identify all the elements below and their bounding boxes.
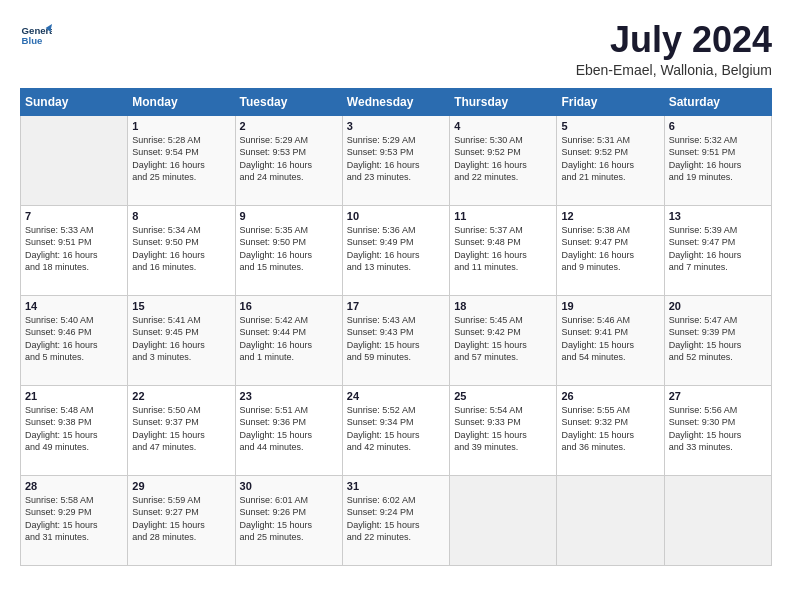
- logo-icon: General Blue: [20, 20, 52, 52]
- day-info: Sunrise: 5:41 AM Sunset: 9:45 PM Dayligh…: [132, 314, 230, 364]
- calendar-cell: 28Sunrise: 5:58 AM Sunset: 9:29 PM Dayli…: [21, 475, 128, 565]
- calendar-cell: 13Sunrise: 5:39 AM Sunset: 9:47 PM Dayli…: [664, 205, 771, 295]
- day-header-thursday: Thursday: [450, 88, 557, 115]
- page-header: General Blue July 2024 Eben-Emael, Wallo…: [20, 20, 772, 78]
- day-number: 25: [454, 390, 552, 402]
- day-number: 28: [25, 480, 123, 492]
- calendar-cell: [664, 475, 771, 565]
- day-number: 24: [347, 390, 445, 402]
- day-info: Sunrise: 5:39 AM Sunset: 9:47 PM Dayligh…: [669, 224, 767, 274]
- day-info: Sunrise: 5:59 AM Sunset: 9:27 PM Dayligh…: [132, 494, 230, 544]
- day-info: Sunrise: 5:54 AM Sunset: 9:33 PM Dayligh…: [454, 404, 552, 454]
- day-info: Sunrise: 5:50 AM Sunset: 9:37 PM Dayligh…: [132, 404, 230, 454]
- title-block: July 2024 Eben-Emael, Wallonia, Belgium: [576, 20, 772, 78]
- day-info: Sunrise: 6:02 AM Sunset: 9:24 PM Dayligh…: [347, 494, 445, 544]
- calendar-cell: 23Sunrise: 5:51 AM Sunset: 9:36 PM Dayli…: [235, 385, 342, 475]
- calendar-week-1: 1Sunrise: 5:28 AM Sunset: 9:54 PM Daylig…: [21, 115, 772, 205]
- calendar-cell: 30Sunrise: 6:01 AM Sunset: 9:26 PM Dayli…: [235, 475, 342, 565]
- calendar-cell: 22Sunrise: 5:50 AM Sunset: 9:37 PM Dayli…: [128, 385, 235, 475]
- day-number: 13: [669, 210, 767, 222]
- day-info: Sunrise: 5:29 AM Sunset: 9:53 PM Dayligh…: [347, 134, 445, 184]
- calendar-week-2: 7Sunrise: 5:33 AM Sunset: 9:51 PM Daylig…: [21, 205, 772, 295]
- calendar-cell: 17Sunrise: 5:43 AM Sunset: 9:43 PM Dayli…: [342, 295, 449, 385]
- calendar-cell: 14Sunrise: 5:40 AM Sunset: 9:46 PM Dayli…: [21, 295, 128, 385]
- day-info: Sunrise: 6:01 AM Sunset: 9:26 PM Dayligh…: [240, 494, 338, 544]
- calendar-cell: 10Sunrise: 5:36 AM Sunset: 9:49 PM Dayli…: [342, 205, 449, 295]
- day-header-tuesday: Tuesday: [235, 88, 342, 115]
- day-info: Sunrise: 5:33 AM Sunset: 9:51 PM Dayligh…: [25, 224, 123, 274]
- calendar-cell: 7Sunrise: 5:33 AM Sunset: 9:51 PM Daylig…: [21, 205, 128, 295]
- day-number: 10: [347, 210, 445, 222]
- day-number: 18: [454, 300, 552, 312]
- day-number: 3: [347, 120, 445, 132]
- calendar-cell: 11Sunrise: 5:37 AM Sunset: 9:48 PM Dayli…: [450, 205, 557, 295]
- day-info: Sunrise: 5:58 AM Sunset: 9:29 PM Dayligh…: [25, 494, 123, 544]
- day-number: 14: [25, 300, 123, 312]
- calendar-cell: [21, 115, 128, 205]
- calendar-cell: 31Sunrise: 6:02 AM Sunset: 9:24 PM Dayli…: [342, 475, 449, 565]
- day-number: 7: [25, 210, 123, 222]
- calendar-cell: 16Sunrise: 5:42 AM Sunset: 9:44 PM Dayli…: [235, 295, 342, 385]
- day-info: Sunrise: 5:32 AM Sunset: 9:51 PM Dayligh…: [669, 134, 767, 184]
- calendar-cell: 24Sunrise: 5:52 AM Sunset: 9:34 PM Dayli…: [342, 385, 449, 475]
- day-number: 29: [132, 480, 230, 492]
- day-number: 16: [240, 300, 338, 312]
- day-number: 2: [240, 120, 338, 132]
- day-info: Sunrise: 5:29 AM Sunset: 9:53 PM Dayligh…: [240, 134, 338, 184]
- calendar-cell: 20Sunrise: 5:47 AM Sunset: 9:39 PM Dayli…: [664, 295, 771, 385]
- day-info: Sunrise: 5:51 AM Sunset: 9:36 PM Dayligh…: [240, 404, 338, 454]
- day-header-wednesday: Wednesday: [342, 88, 449, 115]
- day-number: 1: [132, 120, 230, 132]
- day-info: Sunrise: 5:35 AM Sunset: 9:50 PM Dayligh…: [240, 224, 338, 274]
- calendar-cell: 4Sunrise: 5:30 AM Sunset: 9:52 PM Daylig…: [450, 115, 557, 205]
- day-number: 20: [669, 300, 767, 312]
- calendar-cell: 21Sunrise: 5:48 AM Sunset: 9:38 PM Dayli…: [21, 385, 128, 475]
- calendar-cell: 6Sunrise: 5:32 AM Sunset: 9:51 PM Daylig…: [664, 115, 771, 205]
- day-number: 11: [454, 210, 552, 222]
- calendar-cell: 5Sunrise: 5:31 AM Sunset: 9:52 PM Daylig…: [557, 115, 664, 205]
- day-info: Sunrise: 5:38 AM Sunset: 9:47 PM Dayligh…: [561, 224, 659, 274]
- svg-text:Blue: Blue: [22, 35, 43, 46]
- calendar-cell: 12Sunrise: 5:38 AM Sunset: 9:47 PM Dayli…: [557, 205, 664, 295]
- calendar-cell: 8Sunrise: 5:34 AM Sunset: 9:50 PM Daylig…: [128, 205, 235, 295]
- day-header-monday: Monday: [128, 88, 235, 115]
- calendar-body: 1Sunrise: 5:28 AM Sunset: 9:54 PM Daylig…: [21, 115, 772, 565]
- day-number: 12: [561, 210, 659, 222]
- day-info: Sunrise: 5:52 AM Sunset: 9:34 PM Dayligh…: [347, 404, 445, 454]
- day-info: Sunrise: 5:47 AM Sunset: 9:39 PM Dayligh…: [669, 314, 767, 364]
- calendar-cell: 26Sunrise: 5:55 AM Sunset: 9:32 PM Dayli…: [557, 385, 664, 475]
- day-info: Sunrise: 5:40 AM Sunset: 9:46 PM Dayligh…: [25, 314, 123, 364]
- day-number: 19: [561, 300, 659, 312]
- day-info: Sunrise: 5:45 AM Sunset: 9:42 PM Dayligh…: [454, 314, 552, 364]
- calendar-cell: 19Sunrise: 5:46 AM Sunset: 9:41 PM Dayli…: [557, 295, 664, 385]
- calendar-table: SundayMondayTuesdayWednesdayThursdayFrid…: [20, 88, 772, 566]
- day-number: 17: [347, 300, 445, 312]
- day-info: Sunrise: 5:55 AM Sunset: 9:32 PM Dayligh…: [561, 404, 659, 454]
- day-info: Sunrise: 5:34 AM Sunset: 9:50 PM Dayligh…: [132, 224, 230, 274]
- day-number: 5: [561, 120, 659, 132]
- day-info: Sunrise: 5:37 AM Sunset: 9:48 PM Dayligh…: [454, 224, 552, 274]
- day-info: Sunrise: 5:48 AM Sunset: 9:38 PM Dayligh…: [25, 404, 123, 454]
- day-info: Sunrise: 5:30 AM Sunset: 9:52 PM Dayligh…: [454, 134, 552, 184]
- location-subtitle: Eben-Emael, Wallonia, Belgium: [576, 62, 772, 78]
- day-number: 15: [132, 300, 230, 312]
- calendar-cell: 1Sunrise: 5:28 AM Sunset: 9:54 PM Daylig…: [128, 115, 235, 205]
- calendar-cell: 25Sunrise: 5:54 AM Sunset: 9:33 PM Dayli…: [450, 385, 557, 475]
- calendar-week-5: 28Sunrise: 5:58 AM Sunset: 9:29 PM Dayli…: [21, 475, 772, 565]
- calendar-cell: 18Sunrise: 5:45 AM Sunset: 9:42 PM Dayli…: [450, 295, 557, 385]
- day-info: Sunrise: 5:42 AM Sunset: 9:44 PM Dayligh…: [240, 314, 338, 364]
- calendar-cell: 2Sunrise: 5:29 AM Sunset: 9:53 PM Daylig…: [235, 115, 342, 205]
- calendar-header-row: SundayMondayTuesdayWednesdayThursdayFrid…: [21, 88, 772, 115]
- calendar-cell: 29Sunrise: 5:59 AM Sunset: 9:27 PM Dayli…: [128, 475, 235, 565]
- month-title: July 2024: [576, 20, 772, 60]
- day-number: 26: [561, 390, 659, 402]
- day-number: 9: [240, 210, 338, 222]
- day-number: 4: [454, 120, 552, 132]
- calendar-cell: 27Sunrise: 5:56 AM Sunset: 9:30 PM Dayli…: [664, 385, 771, 475]
- calendar-cell: 15Sunrise: 5:41 AM Sunset: 9:45 PM Dayli…: [128, 295, 235, 385]
- day-header-friday: Friday: [557, 88, 664, 115]
- calendar-cell: [557, 475, 664, 565]
- day-number: 21: [25, 390, 123, 402]
- day-number: 6: [669, 120, 767, 132]
- calendar-week-3: 14Sunrise: 5:40 AM Sunset: 9:46 PM Dayli…: [21, 295, 772, 385]
